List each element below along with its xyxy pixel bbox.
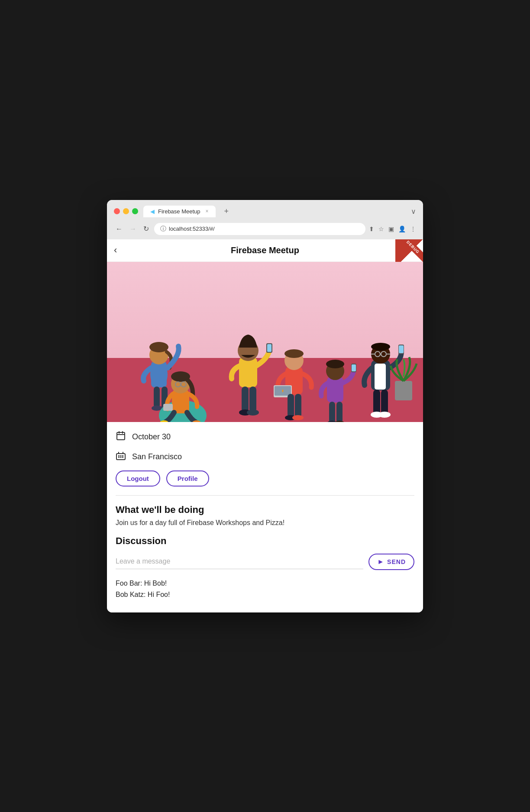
event-date: October 30: [132, 432, 171, 441]
svg-rect-21: [267, 344, 271, 352]
new-tab-button[interactable]: +: [221, 205, 233, 218]
event-details: October 30 San Franci: [107, 422, 423, 464]
tab-menu-button[interactable]: ∨: [411, 207, 416, 216]
svg-rect-69: [120, 457, 122, 458]
messages-list: Foo Bar: Hi Bob! Bob Katz: Hi Foo!: [116, 573, 414, 612]
location-icon: [116, 451, 126, 464]
svg-rect-39: [352, 364, 356, 371]
discussion-section: Discussion ► SEND Foo Bar: Hi Bob! Bob K…: [107, 535, 423, 612]
app-content: ‹ Firebase Meetup DEBUG: [107, 239, 423, 612]
browser-titlebar: ◀ Firebase Meetup × + ∨: [107, 200, 423, 221]
app-header: ‹ Firebase Meetup DEBUG: [107, 239, 423, 262]
svg-point-47: [371, 343, 390, 351]
debug-label: DEBUG: [398, 239, 423, 262]
message-input[interactable]: [116, 554, 363, 569]
hero-image: [107, 262, 423, 422]
browser-tab[interactable]: ◀ Firebase Meetup ×: [143, 206, 216, 217]
send-icon: ►: [377, 558, 385, 566]
svg-rect-56: [381, 390, 388, 415]
svg-point-25: [247, 409, 259, 416]
tab-switcher-icon[interactable]: ▣: [388, 226, 394, 232]
svg-rect-55: [373, 390, 380, 415]
browser-window: ◀ Firebase Meetup × + ∨ ← → ↻ ⓘ localhos…: [107, 200, 423, 612]
list-item: Foo Bar: Hi Bob!: [116, 580, 414, 587]
location-row: San Francisco: [116, 451, 414, 464]
svg-rect-31: [288, 394, 294, 418]
doing-text: Join us for a day full of Firebase Works…: [116, 519, 414, 527]
hero-scene: [107, 262, 423, 422]
forward-button[interactable]: →: [128, 223, 138, 235]
svg-rect-4: [154, 387, 160, 408]
hero-illustration: [107, 262, 423, 422]
profile-button[interactable]: Profile: [166, 470, 209, 487]
svg-rect-35: [327, 377, 343, 403]
menu-icon[interactable]: ⋮: [410, 226, 416, 232]
traffic-lights: [114, 208, 138, 214]
send-button[interactable]: ► SEND: [368, 554, 414, 570]
svg-point-34: [292, 415, 304, 420]
svg-point-58: [378, 412, 391, 418]
svg-rect-40: [329, 402, 335, 422]
app-back-button[interactable]: ‹: [114, 245, 117, 256]
action-buttons: Logout Profile: [107, 470, 423, 487]
svg-rect-60: [117, 432, 125, 440]
svg-point-28: [284, 349, 304, 358]
browser-addressbar: ← → ↻ ⓘ localhost:52333/#/ ⬆ ☆ ▣ 👤 ⋮: [107, 221, 423, 239]
svg-rect-41: [336, 402, 343, 422]
content-section: What we'll be doing Join us for a day fu…: [107, 496, 423, 527]
svg-rect-67: [122, 455, 123, 457]
close-traffic-light[interactable]: [114, 208, 120, 214]
svg-rect-23: [249, 387, 256, 412]
list-item: Bob Katz: Hi Foo!: [116, 591, 414, 599]
tab-close-button[interactable]: ×: [206, 208, 209, 214]
discussion-heading: Discussion: [116, 535, 414, 547]
message-input-row: ► SEND: [116, 554, 414, 570]
svg-rect-1: [151, 361, 167, 387]
profile-icon[interactable]: 👤: [398, 226, 406, 232]
back-button[interactable]: ←: [114, 223, 124, 235]
event-location: San Francisco: [132, 452, 182, 461]
page-title: Firebase Meetup: [231, 245, 299, 255]
svg-point-43: [334, 421, 345, 422]
svg-point-37: [326, 360, 344, 368]
svg-rect-32: [295, 394, 301, 418]
svg-rect-15: [163, 404, 173, 411]
browser-toolbar-icons: ⬆ ☆ ▣ 👤 ⋮: [369, 226, 416, 232]
svg-rect-54: [399, 345, 404, 353]
calendar-icon: [116, 431, 126, 444]
tab-title: Firebase Meetup: [158, 208, 200, 215]
flutter-icon: ◀: [150, 208, 155, 215]
lock-icon: ⓘ: [160, 225, 166, 233]
url-text: localhost:52333/#/: [169, 226, 215, 232]
share-icon[interactable]: ⬆: [369, 226, 374, 232]
svg-rect-45: [375, 364, 386, 390]
address-bar[interactable]: ⓘ localhost:52333/#/: [154, 223, 365, 235]
bookmark-icon[interactable]: ☆: [378, 226, 384, 232]
svg-rect-70: [122, 457, 123, 458]
logout-button[interactable]: Logout: [116, 470, 160, 487]
date-row: October 30: [116, 431, 414, 444]
svg-rect-66: [120, 455, 122, 457]
svg-rect-68: [118, 457, 120, 458]
minimize-traffic-light[interactable]: [123, 208, 129, 214]
svg-rect-65: [118, 455, 120, 457]
svg-rect-22: [242, 387, 249, 412]
refresh-button[interactable]: ↻: [142, 223, 151, 235]
svg-rect-18: [239, 357, 257, 387]
maximize-traffic-light[interactable]: [132, 208, 138, 214]
svg-rect-59: [395, 381, 412, 400]
send-label: SEND: [387, 558, 406, 565]
doing-heading: What we'll be doing: [116, 504, 414, 516]
